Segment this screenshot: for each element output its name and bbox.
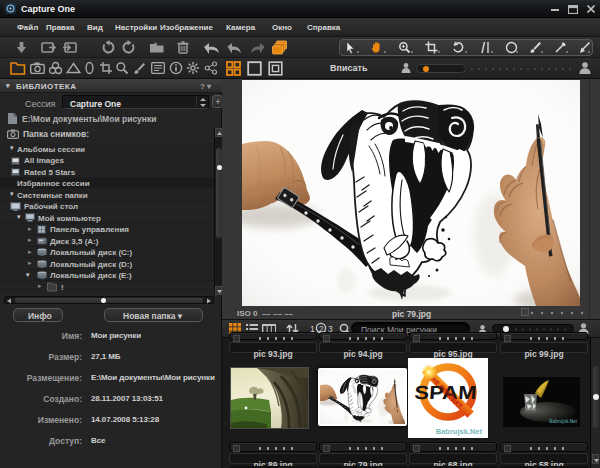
svg-text:Babrujsk.Net: Babrujsk.Net [436,427,483,436]
svg-text:Babrujsk.Net: Babrujsk.Net [549,419,577,424]
